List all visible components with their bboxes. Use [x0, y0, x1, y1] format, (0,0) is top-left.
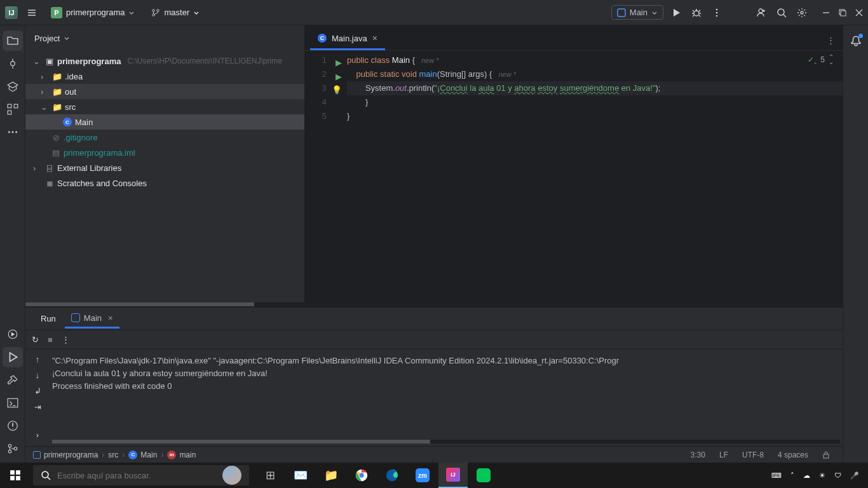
tray-weather-icon[interactable]: ☀ — [817, 471, 828, 480]
editor-tab-main[interactable]: C Main.java × — [310, 28, 385, 50]
window-maximize-button[interactable] — [839, 9, 846, 17]
tray-security-icon[interactable]: 🛡 — [832, 471, 844, 479]
statusbar: primerprograma › src › C Main › m main 3… — [25, 446, 843, 463]
scroll-down-button[interactable]: ↓ — [36, 370, 40, 380]
terminal-tool-button[interactable] — [3, 393, 23, 413]
project-panel-header[interactable]: Project — [25, 25, 304, 51]
readonly-toggle[interactable] — [817, 451, 835, 459]
folder-icon: 📁 — [52, 102, 62, 112]
app-icon — [71, 313, 80, 322]
intention-bulb-icon[interactable]: 💡 — [332, 83, 342, 97]
breadcrumb-project[interactable]: primerprograma — [33, 451, 98, 459]
search-everywhere-button[interactable] — [774, 5, 789, 20]
tree-row-src[interactable]: ⌄ 📁 src — [25, 99, 304, 114]
line-separator[interactable]: LF — [714, 451, 733, 459]
run-gutter-icon[interactable]: ▶ — [336, 70, 342, 84]
caret-position[interactable]: 3:30 — [686, 451, 710, 459]
tree-row-iml[interactable]: ▤ primerprograma.iml — [25, 145, 304, 160]
taskbar-intellij-icon[interactable]: IJ — [438, 463, 468, 488]
svg-point-33 — [359, 473, 363, 477]
more-actions-button[interactable] — [709, 5, 724, 20]
tray-onedrive-icon[interactable]: ☁ — [801, 471, 813, 480]
problems-tool-button[interactable] — [3, 416, 23, 436]
tree-row-project-root[interactable]: ⌄ ▣ primerprograma C:\Users\HP\Documents… — [25, 53, 304, 69]
breadcrumb-method[interactable]: m main — [167, 451, 196, 459]
start-button[interactable] — [0, 463, 31, 488]
services-tool-button[interactable] — [3, 324, 23, 344]
stop-button[interactable]: ■ — [48, 335, 53, 344]
svg-point-7 — [716, 15, 718, 17]
learn-tool-button[interactable] — [3, 76, 23, 97]
run-config-selector[interactable]: Main — [611, 5, 663, 20]
breadcrumb-src[interactable]: src — [108, 451, 118, 459]
tray-keyboard-icon[interactable]: ⌨ — [769, 471, 784, 480]
svg-point-19 — [15, 132, 17, 133]
tree-row-main[interactable]: C Main — [25, 114, 304, 130]
app-icon — [617, 8, 626, 17]
chevron-down-icon — [193, 10, 200, 16]
tray-mic-icon[interactable]: 🎤 — [848, 471, 862, 480]
more-tools-button[interactable] — [3, 122, 23, 142]
rerun-button[interactable]: ↻ — [32, 335, 39, 344]
run-more-button[interactable]: ⋮ — [62, 335, 70, 344]
taskbar-zoom-icon[interactable]: zm — [408, 463, 437, 488]
warning-icon — [7, 420, 18, 431]
tab-close-button[interactable]: × — [372, 33, 377, 43]
project-panel: Project ⌄ ▣ primerprograma C:\Users\HP\D… — [25, 25, 305, 306]
tree-row-gitignore[interactable]: ⊘ .gitignore — [25, 130, 304, 145]
code-area[interactable]: public class Main {new * public static v… — [333, 51, 843, 306]
task-view-button[interactable]: ⊞ — [255, 463, 285, 488]
taskbar-search[interactable] — [33, 465, 249, 485]
taskbar-mail-icon[interactable]: ✉️ — [286, 463, 315, 488]
settings-button[interactable] — [794, 5, 810, 20]
window-close-button[interactable] — [855, 9, 863, 17]
build-tool-button[interactable] — [3, 370, 23, 390]
run-tab-close-button[interactable]: × — [108, 313, 113, 323]
tree-row-external-libraries[interactable]: › ⌸ External Libraries — [25, 160, 304, 175]
editor-body[interactable]: 1▶ 2▶ 3💡 4 5 public class Main {new * pu… — [305, 51, 843, 306]
tray-chevron-up-icon[interactable]: ˄ — [788, 471, 797, 480]
taskbar-edge-icon[interactable] — [377, 463, 407, 488]
project-tool-button[interactable] — [3, 30, 23, 51]
git-branch-selector[interactable]: master — [146, 5, 205, 20]
svg-point-8 — [759, 9, 763, 13]
code-with-me-button[interactable] — [754, 5, 769, 20]
debug-button[interactable] — [689, 5, 704, 20]
file-encoding[interactable]: UTF-8 — [737, 451, 769, 459]
soft-wrap-button[interactable]: ↲ — [34, 386, 41, 396]
svg-rect-16 — [8, 111, 11, 114]
run-panel-title[interactable]: Run — [33, 309, 64, 329]
taskbar-explorer-icon[interactable]: 📁 — [316, 463, 346, 488]
run-tab-main[interactable]: Main × — [65, 309, 119, 329]
svg-rect-3 — [618, 9, 625, 17]
library-icon: ⌸ — [44, 163, 55, 173]
commit-tool-button[interactable] — [3, 53, 23, 74]
scroll-up-button[interactable]: ↑ — [36, 355, 40, 364]
indent-setting[interactable]: 4 spaces — [773, 451, 813, 459]
vcs-tool-button[interactable] — [3, 438, 23, 459]
notifications-button[interactable] — [846, 30, 866, 51]
run-scrollbar[interactable] — [52, 440, 840, 444]
run-output[interactable]: "C:\Program Files\Java\jdk-17\bin\java.e… — [50, 349, 843, 446]
structure-tool-button[interactable] — [3, 99, 23, 119]
branch-name: master — [164, 8, 189, 17]
inspection-widget[interactable]: ✓‸ 5 ⌃⌄ — [808, 55, 834, 65]
tree-row-idea[interactable]: › 📁 .idea — [25, 69, 304, 84]
taskbar-chrome-icon[interactable] — [347, 463, 376, 488]
run-tool-button[interactable] — [3, 347, 23, 367]
window-minimize-button[interactable] — [822, 9, 830, 17]
run-button[interactable] — [668, 5, 684, 20]
tree-row-scratches[interactable]: › ≣ Scratches and Consoles — [25, 175, 304, 191]
taskbar-line-icon[interactable] — [469, 463, 498, 488]
breadcrumb-class[interactable]: C Main — [128, 451, 157, 459]
bug-icon — [691, 8, 702, 18]
hamburger-menu-icon[interactable] — [24, 5, 39, 20]
taskbar-search-input[interactable] — [57, 471, 216, 480]
run-gutter-icon[interactable]: ▶ — [336, 56, 342, 70]
editor-tab-more-button[interactable]: ⋮ — [819, 30, 843, 50]
expand-button[interactable]: › — [36, 430, 39, 440]
tree-row-out[interactable]: › 📁 out — [25, 84, 304, 99]
svg-rect-29 — [10, 476, 15, 480]
scroll-to-end-button[interactable]: ⇥ — [34, 402, 41, 412]
project-selector[interactable]: P primerprograma — [46, 4, 140, 21]
